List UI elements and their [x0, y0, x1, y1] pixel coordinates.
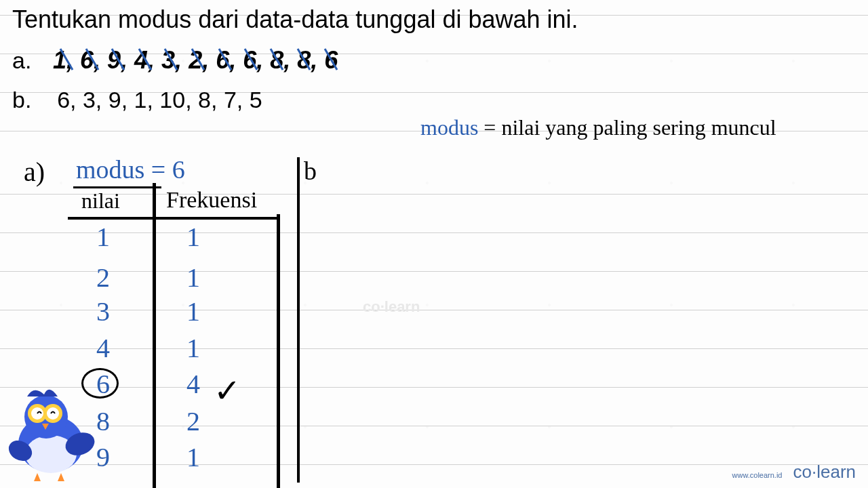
strikethrough-marks	[50, 42, 376, 76]
table-row: 4	[96, 332, 110, 364]
def-word-modus: modus	[420, 115, 478, 140]
mascot-bird-icon	[0, 380, 102, 481]
modus-result: modus = 6	[76, 155, 185, 184]
footer: www.colearn.id co·learn	[732, 462, 856, 483]
header-nilai: nilai	[81, 188, 120, 214]
question-title: Tentukan modus dari data-data tunggal di…	[12, 5, 578, 34]
table-row: 2	[186, 405, 200, 437]
table-vline-2	[277, 214, 280, 488]
part-b-label: b	[304, 156, 317, 186]
table-row: 4	[186, 368, 200, 400]
def-text: nilai yang paling sering muncul	[501, 115, 776, 140]
table-row: 1	[186, 262, 200, 293]
modus-label: modus =	[76, 155, 172, 184]
item-b-data: 6, 3, 9, 1, 10, 8, 7, 5	[57, 87, 262, 113]
header-frekuensi: Frekuensi	[166, 187, 257, 213]
item-b-row: b. 6, 3, 9, 1, 10, 8, 7, 5	[12, 87, 262, 113]
table-row: 1	[96, 221, 110, 253]
watermark-text: co·learn	[363, 298, 420, 316]
footer-url: www.colearn.id	[732, 471, 783, 479]
table-vline-1	[153, 183, 156, 488]
table-row: 1	[186, 332, 200, 364]
table-row: 1	[186, 221, 200, 253]
def-eq: =	[478, 115, 501, 140]
table-row: 3	[96, 296, 110, 327]
item-b-label: b.	[12, 87, 31, 113]
svg-point-6	[47, 407, 59, 420]
modus-definition: modus = nilai yang paling sering muncul	[420, 115, 776, 140]
table-row: 1	[186, 296, 200, 327]
part-a-label: a)	[24, 156, 45, 188]
table-row: 2	[96, 262, 110, 293]
table-hline	[68, 217, 278, 220]
footer-logo: co·learn	[793, 462, 856, 483]
separator-line	[297, 157, 300, 483]
checkmark-icon: ✓	[214, 371, 241, 409]
modus-value: 6	[172, 155, 185, 184]
item-a-label: a.	[12, 47, 31, 74]
table-row: 1	[186, 441, 200, 473]
